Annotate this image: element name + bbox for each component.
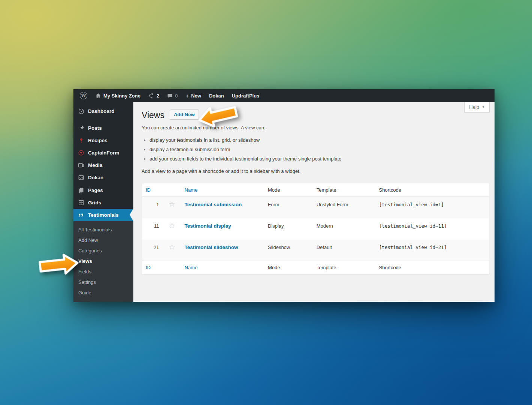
sidebar-item-dokan[interactable]: Dokan xyxy=(73,171,133,184)
admin-bar-item-updraftplus[interactable]: UpdraftPlus xyxy=(229,89,262,102)
template-header: Template xyxy=(313,183,375,197)
table-header-row: ID Name Mode Template Shortcode xyxy=(142,183,489,197)
view-shortcode: [testimonial_view id=11] xyxy=(379,223,447,229)
view-name-link[interactable]: Testimonial display xyxy=(185,223,231,229)
help-label: Help xyxy=(469,104,479,110)
table-row: 21 ☆ Testimonial slideshow Slideshow Def… xyxy=(142,240,489,261)
view-template: Unstyled Form xyxy=(313,197,375,218)
admin-bar: W My Skinny Zone 2 0 + New Dokan Updraft… xyxy=(73,89,495,102)
submenu-item-guide[interactable]: Guide xyxy=(73,288,133,298)
comments-count: 0 xyxy=(175,93,178,99)
view-id: 1 xyxy=(142,197,165,218)
updates-link[interactable]: 2 xyxy=(146,89,162,102)
captainform-icon xyxy=(78,149,85,156)
wordpress-menu[interactable]: W xyxy=(77,89,90,102)
help-button[interactable]: Help ▼ xyxy=(464,102,490,112)
page-title: Views xyxy=(142,110,164,121)
feature-list: display your testimonials in a list, gri… xyxy=(149,137,489,162)
view-template: Default xyxy=(313,240,375,261)
sidebar-item-label: Pages xyxy=(88,188,103,193)
sidebar-item-label: Posts xyxy=(88,125,102,131)
star-icon[interactable]: ☆ xyxy=(169,223,175,228)
sidebar-item-dashboard[interactable]: Dashboard xyxy=(73,105,133,117)
comments-link[interactable]: 0 xyxy=(164,89,180,102)
star-column-header xyxy=(165,183,181,197)
plus-icon: + xyxy=(185,93,189,99)
sidebar-item-captainform[interactable]: CaptainForm xyxy=(73,147,133,159)
sidebar-item-label: Dashboard xyxy=(88,108,115,114)
views-table: ID Name Mode Template Shortcode 1 xyxy=(142,183,489,274)
view-name-link[interactable]: Testimonial submission xyxy=(185,202,242,207)
site-name: My Skinny Zone xyxy=(103,93,140,99)
sidebar-item-recipes[interactable]: Recipes xyxy=(73,134,133,147)
submenu-item-categories[interactable]: Categories xyxy=(73,246,133,256)
grid-icon xyxy=(78,199,85,206)
dokan-icon xyxy=(78,174,85,181)
view-id: 21 xyxy=(142,240,165,261)
view-mode: Slideshow xyxy=(264,240,313,261)
pushpin-icon xyxy=(78,124,85,132)
view-shortcode: [testimonial_view id=21] xyxy=(379,244,447,250)
admin-sidebar: Dashboard Posts Recipes CaptainForm xyxy=(73,102,133,302)
table-footer-row: ID Name Mode Template Shortcode xyxy=(142,261,489,274)
feature-item: display your testimonials in a list, gri… xyxy=(149,137,489,143)
sidebar-item-label: CaptainForm xyxy=(88,150,119,156)
sidebar-item-media[interactable]: Media xyxy=(73,159,133,171)
updates-count: 2 xyxy=(157,93,159,99)
view-id: 11 xyxy=(142,218,165,240)
sort-id-header[interactable]: ID xyxy=(146,187,151,193)
wordpress-logo-icon: W xyxy=(80,92,87,99)
sidebar-item-label: Media xyxy=(88,162,102,168)
new-content-button[interactable]: + New xyxy=(183,89,204,102)
sidebar-item-posts[interactable]: Posts xyxy=(73,122,133,134)
sort-name-header[interactable]: Name xyxy=(185,187,198,193)
home-icon xyxy=(95,93,101,99)
view-shortcode: [testimonial_view id=1] xyxy=(379,202,444,207)
sort-name-footer[interactable]: Name xyxy=(185,265,198,270)
comment-icon xyxy=(167,93,173,99)
star-icon[interactable]: ☆ xyxy=(169,202,175,207)
sidebar-item-label: Recipes xyxy=(88,138,108,143)
star-icon[interactable]: ☆ xyxy=(169,244,175,250)
view-name-link[interactable]: Testimonial slideshow xyxy=(185,244,238,250)
table-row: 1 ☆ Testimonial submission Form Unstyled… xyxy=(142,197,489,218)
submenu-item-fields[interactable]: Fields xyxy=(73,267,133,277)
feature-item: display a testimonial submission form xyxy=(149,146,489,153)
sidebar-item-testimonials[interactable]: Testimonials xyxy=(73,209,133,221)
chevron-down-icon: ▼ xyxy=(482,105,485,109)
add-new-button[interactable]: Add New xyxy=(170,110,199,120)
wordpress-admin-window: W My Skinny Zone 2 0 + New Dokan Updraft… xyxy=(73,89,495,302)
shortcode-header: Shortcode xyxy=(375,183,489,197)
sidebar-item-pages[interactable]: Pages xyxy=(73,184,133,196)
submenu-item-add-new[interactable]: Add New xyxy=(73,235,133,246)
dashboard-icon xyxy=(78,108,85,115)
shortcode-footer: Shortcode xyxy=(375,261,489,274)
quote-icon xyxy=(78,212,85,219)
template-footer: Template xyxy=(313,261,375,274)
sort-id-footer[interactable]: ID xyxy=(146,265,151,270)
mode-header: Mode xyxy=(264,183,313,197)
testimonials-submenu: All Testimonials Add New Categories View… xyxy=(73,221,133,302)
sidebar-item-label: Dokan xyxy=(88,175,103,180)
view-mode: Display xyxy=(264,218,313,240)
media-icon xyxy=(78,162,85,169)
intro-text: You can create an unlimited number of vi… xyxy=(142,124,489,131)
mode-footer: Mode xyxy=(264,261,313,274)
update-icon xyxy=(148,93,154,99)
sidebar-item-label: Grids xyxy=(88,200,101,206)
view-mode: Form xyxy=(264,197,313,218)
admin-bar-item-dokan[interactable]: Dokan xyxy=(206,89,227,102)
content-area: Help ▼ Views Add New You can create an u… xyxy=(133,102,495,302)
feature-item: add your custom fields to the individual… xyxy=(149,156,489,162)
submenu-item-all-testimonials[interactable]: All Testimonials xyxy=(73,225,133,235)
submenu-item-settings[interactable]: Settings xyxy=(73,277,133,288)
star-column-footer xyxy=(165,261,181,274)
sidebar-item-grids[interactable]: Grids xyxy=(73,196,133,209)
recipes-icon xyxy=(78,137,85,144)
site-link[interactable]: My Skinny Zone xyxy=(93,89,143,102)
sidebar-item-label: Testimonials xyxy=(88,212,119,218)
shortcode-note: Add a view to a page with a shortcode or… xyxy=(142,168,489,175)
submenu-item-views[interactable]: Views xyxy=(73,256,133,267)
view-template: Modern xyxy=(313,218,375,240)
table-row: 11 ☆ Testimonial display Display Modern … xyxy=(142,218,489,240)
